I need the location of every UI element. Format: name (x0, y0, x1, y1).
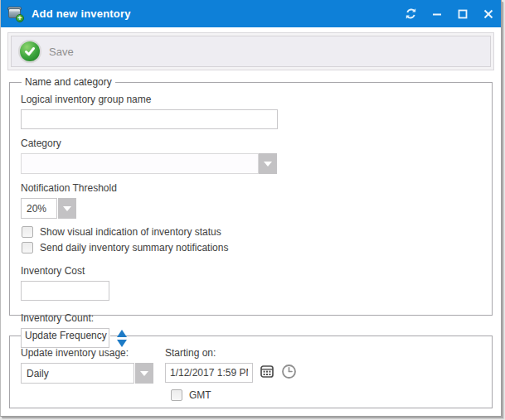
time-picker-button[interactable] (281, 364, 297, 383)
notification-threshold-dropdown[interactable]: 20% (21, 198, 483, 219)
inventory-cost-label: Inventory Cost (21, 265, 483, 277)
daily-summary-checkbox[interactable] (22, 242, 33, 253)
clock-icon (281, 364, 297, 383)
visual-indication-checkbox[interactable] (22, 226, 33, 238)
close-icon (483, 9, 493, 19)
minimize-button[interactable] (424, 0, 449, 27)
notification-threshold-dropdown-button[interactable] (58, 198, 76, 219)
starting-on-column: Starting on: (165, 341, 297, 401)
daily-summary-label: Send daily inventory summary notificatio… (40, 242, 228, 253)
gmt-checkbox-row: GMT (171, 389, 297, 401)
refresh-icon (405, 7, 417, 20)
refresh-button[interactable] (398, 0, 424, 27)
inventory-add-icon: + (7, 7, 24, 22)
add-inventory-dialog: + Add new inventory (0, 0, 502, 417)
category-label: Category (21, 138, 483, 149)
update-usage-label: Update inventory usage: (21, 347, 160, 359)
update-usage-dropdown[interactable]: Daily (21, 363, 160, 384)
visual-indication-label: Show visual indication of inventory stat… (40, 226, 221, 238)
gmt-checkbox[interactable] (171, 389, 182, 401)
window-title: Add new inventory (32, 7, 398, 20)
save-check-icon (20, 41, 40, 61)
starting-on-row (165, 363, 297, 383)
chevron-down-icon (264, 162, 272, 167)
titlebar[interactable]: + Add new inventory (1, 0, 501, 27)
toolbar: Save (7, 32, 494, 70)
name-category-legend: Name and category (22, 76, 115, 88)
update-frequency-legend: Update Frequency (22, 330, 110, 341)
inventory-count-label: Inventory Count: (21, 312, 483, 324)
chevron-down-icon (140, 371, 148, 376)
daily-summary-checkbox-row: Send daily inventory summary notificatio… (22, 242, 483, 253)
update-usage-dropdown-button[interactable] (135, 363, 153, 384)
update-usage-value: Daily (21, 363, 134, 384)
window-controls (398, 0, 501, 27)
save-button-label: Save (49, 46, 74, 58)
category-dropdown-button[interactable] (259, 153, 277, 174)
usage-column: Update inventory usage: Daily (21, 341, 160, 384)
starting-on-label: Starting on: (165, 347, 297, 359)
dialog-content: Name and category Logical inventory grou… (1, 76, 501, 408)
minimize-icon (432, 9, 442, 19)
notification-threshold-label: Notification Threshold (21, 182, 483, 194)
category-dropdown-value (21, 153, 259, 174)
spinner-up-icon[interactable] (117, 330, 127, 337)
group-name-input[interactable] (21, 109, 278, 129)
visual-indication-checkbox-row: Show visual indication of inventory stat… (22, 226, 483, 238)
maximize-button[interactable] (449, 0, 475, 27)
update-frequency-columns: Update inventory usage: Daily Starting o… (21, 341, 483, 401)
save-button[interactable]: Save (20, 41, 74, 61)
notification-threshold-value: 20% (21, 198, 57, 219)
chevron-down-icon (63, 206, 71, 211)
gmt-label: GMT (189, 389, 211, 401)
calendar-icon (260, 364, 274, 382)
category-dropdown[interactable] (21, 153, 483, 174)
calendar-picker-button[interactable] (260, 364, 274, 382)
maximize-icon (458, 9, 468, 19)
inventory-cost-input[interactable] (21, 281, 109, 301)
update-frequency-group: Update Frequency Update inventory usage:… (9, 330, 493, 408)
close-button[interactable] (475, 0, 501, 27)
starting-on-input[interactable] (165, 363, 253, 383)
name-category-group: Name and category Logical inventory grou… (9, 76, 493, 316)
toolbar-panel: Save (11, 36, 491, 67)
group-name-label: Logical inventory group name (21, 94, 483, 105)
